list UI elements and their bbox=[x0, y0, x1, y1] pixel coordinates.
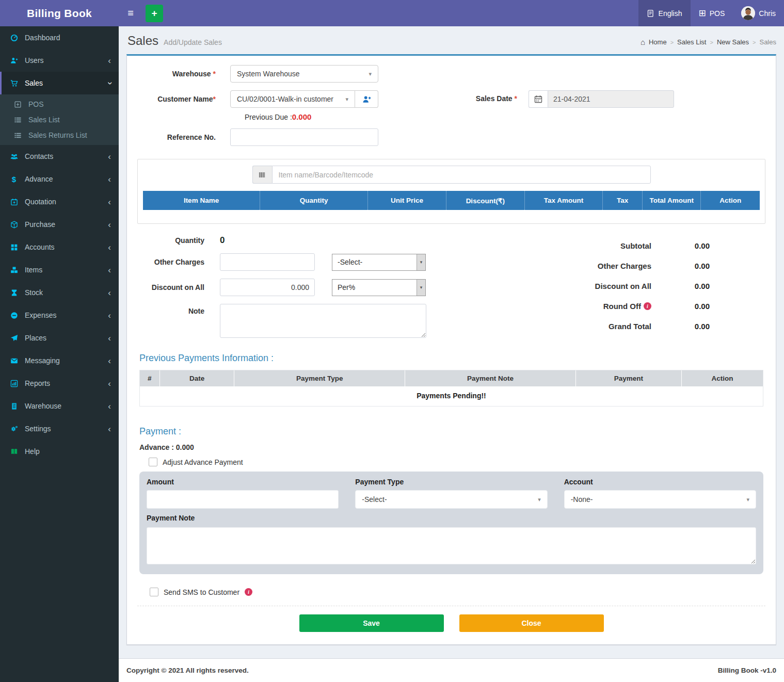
round-off-label: Round Off bbox=[493, 302, 651, 311]
warehouse-select[interactable]: System Warehouse bbox=[230, 65, 378, 83]
sales-date-input[interactable] bbox=[548, 90, 674, 108]
info-icon[interactable] bbox=[245, 588, 252, 596]
quick-add-button[interactable] bbox=[146, 5, 163, 22]
caret-down-icon bbox=[538, 496, 541, 503]
sidebar-item-stock[interactable]: Stock bbox=[0, 281, 119, 304]
discount-on-all-label: Discount on All bbox=[137, 283, 220, 291]
column-header: Tax bbox=[603, 191, 642, 210]
sidebar-item-warehouse[interactable]: Warehouse bbox=[0, 395, 119, 417]
bar-chart-icon bbox=[8, 380, 20, 387]
sidebar-item-accounts[interactable]: Accounts bbox=[0, 236, 119, 258]
breadcrumb-sales-list[interactable]: Sales List bbox=[677, 38, 706, 46]
pos-menu[interactable]: POS bbox=[691, 0, 733, 26]
amount-label: Amount bbox=[147, 478, 339, 486]
page-title: Sales bbox=[127, 34, 158, 48]
chevron-left-icon bbox=[108, 425, 111, 433]
sidebar-item-advance[interactable]: Advance bbox=[0, 168, 119, 190]
sidebar-item-purchase[interactable]: Purchase bbox=[0, 213, 119, 236]
sidebar-item-places[interactable]: Places bbox=[0, 327, 119, 349]
other-charges-select[interactable]: -Select- bbox=[332, 254, 426, 271]
subtotal-value: 0.00 bbox=[651, 241, 710, 250]
gears-icon bbox=[8, 425, 20, 433]
hamburger-icon[interactable] bbox=[119, 0, 142, 26]
add-customer-button[interactable] bbox=[355, 90, 378, 108]
sidebar-item-quotation[interactable]: Quotation bbox=[0, 190, 119, 213]
user-menu[interactable]: Chris bbox=[733, 0, 784, 26]
note-label: Note bbox=[137, 304, 220, 315]
chevron-left-icon bbox=[108, 56, 111, 65]
language-icon bbox=[647, 9, 655, 18]
discount-total-value: 0.00 bbox=[651, 282, 710, 290]
calendar-icon[interactable] bbox=[529, 90, 548, 108]
breadcrumb-current: Sales bbox=[759, 38, 776, 46]
advance-label: Advance : bbox=[139, 443, 174, 451]
chevron-left-icon bbox=[108, 152, 111, 161]
advance-amount: Advance : 0.000 bbox=[139, 443, 765, 451]
sidebar-item-label: Places bbox=[25, 334, 108, 342]
sidebar-item-label: Quotation bbox=[25, 198, 108, 206]
sales-form-card: Warehouse * System Warehouse Customer Na… bbox=[126, 54, 776, 645]
sidebar-item-messaging[interactable]: Messaging bbox=[0, 349, 119, 372]
sidebar-subitem-sales-list[interactable]: Sales List bbox=[0, 112, 119, 127]
plus-square-icon bbox=[11, 101, 24, 108]
items-table-body bbox=[143, 210, 760, 223]
sidebar-item-contacts[interactable]: Contacts bbox=[0, 145, 119, 168]
sidebar-item-sales[interactable]: Sales bbox=[0, 72, 119, 94]
other-charges-input[interactable] bbox=[220, 253, 315, 271]
info-icon[interactable] bbox=[644, 302, 651, 310]
quantity-label: Quantity bbox=[137, 236, 220, 245]
send-sms-checkbox[interactable] bbox=[150, 588, 158, 596]
close-button[interactable]: Close bbox=[459, 614, 604, 632]
version-text: Billing Book -v1.0 bbox=[718, 667, 776, 674]
reference-input[interactable] bbox=[230, 128, 378, 146]
minus-circle-icon bbox=[8, 312, 20, 319]
breadcrumb-home[interactable]: Home bbox=[649, 38, 667, 46]
content: Sales Add/Update Sales Home > Sales List… bbox=[119, 26, 784, 652]
payment-note-textarea[interactable] bbox=[147, 527, 756, 564]
sidebar-item-users[interactable]: Users bbox=[0, 49, 119, 72]
discount-unit-select[interactable]: Per% bbox=[332, 279, 426, 296]
sidebar-item-dashboard[interactable]: Dashboard bbox=[0, 26, 119, 49]
sidebar-item-label: Items bbox=[25, 266, 108, 274]
topbar: English POS Chris bbox=[119, 0, 784, 26]
sidebar-subitem-pos[interactable]: POS bbox=[0, 96, 119, 112]
customer-label: Customer Name* bbox=[137, 95, 230, 103]
sidebar-item-expenses[interactable]: Expenses bbox=[0, 304, 119, 327]
building-icon bbox=[8, 402, 20, 410]
sidebar-subitem-label: POS bbox=[28, 100, 111, 108]
column-header: Item Name bbox=[143, 191, 260, 210]
grid-icon bbox=[8, 243, 20, 251]
warehouse-label: Warehouse * bbox=[137, 70, 230, 78]
avatar bbox=[741, 6, 755, 20]
caret-down-icon bbox=[417, 280, 425, 296]
items-table-header: Item Name Quantity Unit Price Discount(₹… bbox=[143, 191, 760, 210]
app-window: Billing Book Dashboard Users Sales POS bbox=[0, 0, 784, 682]
sidebar-subitem-sales-returns-list[interactable]: Sales Returns List bbox=[0, 127, 119, 143]
sidebar-item-reports[interactable]: Reports bbox=[0, 372, 119, 395]
column-header: Payment bbox=[576, 370, 682, 386]
adjust-advance-checkbox[interactable] bbox=[149, 458, 157, 466]
breadcrumb-new-sales[interactable]: New Sales bbox=[717, 38, 749, 46]
save-button[interactable]: Save bbox=[299, 614, 444, 632]
item-search-input[interactable] bbox=[272, 166, 651, 184]
payment-type-select[interactable]: -Select- bbox=[355, 490, 547, 509]
sidebar-item-help[interactable]: Help bbox=[0, 440, 119, 463]
pos-label: POS bbox=[710, 9, 725, 18]
subtotal-label: Subtotal bbox=[493, 241, 651, 250]
account-select[interactable]: -None- bbox=[564, 490, 756, 509]
language-menu[interactable]: English bbox=[638, 0, 691, 26]
username: Chris bbox=[759, 9, 776, 18]
payment-note-label: Payment Note bbox=[147, 514, 756, 522]
sidebar-item-label: Settings bbox=[25, 425, 108, 433]
discount-on-all-input[interactable] bbox=[220, 279, 315, 296]
sales-date-label: Sales Date * bbox=[468, 90, 529, 154]
cart-icon bbox=[8, 79, 20, 87]
sidebar-item-items[interactable]: Items bbox=[0, 258, 119, 281]
chevron-left-icon bbox=[108, 175, 111, 184]
note-textarea[interactable] bbox=[220, 304, 426, 338]
advance-value: 0.000 bbox=[176, 443, 194, 451]
previous-payments-table: # Date Payment Type Payment Note Payment… bbox=[139, 370, 763, 407]
customer-select[interactable]: CU/02/0001-Walk-in customer bbox=[230, 90, 355, 108]
amount-input[interactable] bbox=[147, 490, 339, 509]
sidebar-item-settings[interactable]: Settings bbox=[0, 417, 119, 440]
